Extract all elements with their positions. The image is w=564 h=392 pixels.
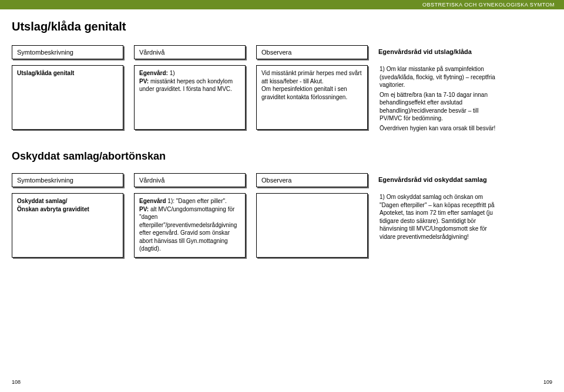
egenvard-label: Egenvård: [139,70,168,76]
cell-observera-1: Vid misstänkt primär herpes med svårt at… [256,65,368,130]
advice-1-p2: Om ej bättre/bra (kan ta 7-10 dagar inna… [380,91,502,123]
page-number-left: 108 [12,379,21,385]
cell-vardniva-2: Egenvård 1): "Dagen efter piller". PV: a… [134,193,246,258]
advice-2: 1) Om oskyddat samlag och önskan om "Dag… [380,193,502,241]
symtom2-l2: Önskan avbryta graviditet [17,206,89,212]
page-footer: 108 109 [12,379,552,385]
page-number-right: 109 [543,379,552,385]
col2-header-observera: Observera [256,173,368,187]
pv2-label: PV: [139,206,149,212]
col-header-vardniva: Vårdnivå [134,45,246,59]
egenvard2-text: 1): "Dagen efter piller". [166,198,227,204]
cell-egenvard-1: 1) Om klar misstanke på svampinfektion (… [378,65,502,134]
pv-label: PV: [139,78,149,85]
symtom-text: Utslag/klåda genitalt [17,70,74,76]
egenvard-text: 1) [168,70,175,76]
advice-1-p1: 1) Om klar misstanke på svampinfektion (… [380,65,502,89]
col-header-symtom: Symtombeskrivning [12,45,123,59]
symtom2-l1: Oskyddat samlag/ [17,198,68,204]
cell-egenvard-2: 1) Om oskyddat samlag och önskan om "Dag… [378,193,502,242]
col2-header-vardniva: Vårdnivå [134,173,246,187]
col2-header-symtom: Symtombeskrivning [12,173,123,187]
col-header-egenvard: Egenvårdsråd vid utslag/klåda [378,45,502,58]
cell-symtom-1: Utslag/klåda genitalt [12,65,123,130]
section-oskyddat: Symtombeskrivning Vårdnivå Observera Ege… [12,173,552,258]
cell-vardniva-1: Egenvård: 1) PV: misstänkt herpes och ko… [134,65,246,130]
pv-text: misstänkt herpes och kondylom under grav… [139,78,233,93]
header-row-2: Symtombeskrivning Vårdnivå Observera Ege… [12,173,552,187]
cell-symtom-2: Oskyddat samlag/ Önskan avbryta gravidit… [12,193,123,258]
advice-1-p3: Överdriven hygien kan vara orsak till be… [380,124,502,133]
section-utslag: Symtombeskrivning Vårdnivå Observera Ege… [12,45,552,134]
cell-observera-2 [256,193,368,258]
egenvard2-label: Egenvård [139,198,166,204]
header-row-1: Symtombeskrivning Vårdnivå Observera Ege… [12,45,552,59]
sub-title: Oskyddat samlag/abortönskan [12,150,552,163]
col-header-observera: Observera [256,45,368,59]
body-row-1: Utslag/klåda genitalt Egenvård: 1) PV: m… [12,65,552,134]
section-banner: OBSTRETISKA OCH GYNEKOLOGISKA SYMTOM [0,0,564,9]
body-row-2: Oskyddat samlag/ Önskan avbryta gravidit… [12,193,552,258]
col2-header-egenvard: Egenvårdsråd vid oskyddat samlag [378,173,502,186]
page-content: Utslag/klåda genitalt Symtombeskrivning … [0,9,564,258]
pv2-text: alt MVC/ungdomsmottagning för "dagen eft… [139,206,237,252]
page-title: Utslag/klåda genitalt [12,20,552,33]
